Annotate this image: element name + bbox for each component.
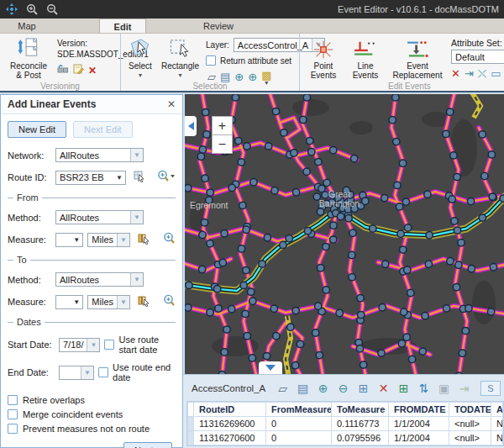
move-event-icon[interactable]: ⇥ [465,68,474,80]
network-select[interactable]: AllRoutes ▼ [55,148,144,162]
zoom-to-selection-icon[interactable]: ⊕ [316,381,330,396]
to-zoom-icon[interactable] [163,294,176,309]
return-attribute-set-label: Return attribute set [220,56,291,66]
start-date-label: Start Date: [8,340,55,350]
split-event-icon[interactable]: ⤬ [478,68,486,80]
route-id-label: Route ID: [8,172,51,182]
tab-map[interactable]: Map [3,18,50,33]
attribute-table: RouteIDFromMeasureToMeasureFROMDATETODAT… [186,401,504,446]
column-header[interactable]: TODATE [449,403,491,417]
reconcile-post-button[interactable]: Reconcile & Post [5,36,52,81]
select-by-shape-icon[interactable]: ▱ [276,381,290,396]
group-edit-events: Point Events Line Events Event Replaceme… [299,34,504,91]
use-route-end-date-checkbox[interactable] [98,367,108,377]
end-date-dropdown-icon[interactable]: ▼ [81,366,93,379]
attribute-set-value: Default [452,52,504,62]
new-edit-button[interactable]: New Edit [8,121,66,138]
zoom-to-route-icon[interactable] [157,170,176,185]
line-events-button[interactable]: Line Events [347,36,384,81]
selection-group-label: Selection [121,82,299,91]
merge-coincident-events-checkbox[interactable] [8,409,18,419]
collapse-panel-button[interactable] [185,116,197,136]
to-section-legend: To [8,255,176,265]
move-records-icon[interactable]: ⇥ [457,381,471,396]
window-title: Event Editor - v10.6.1 - docMassDOTM [338,4,499,14]
paste-icon[interactable]: ▣ [437,381,451,396]
to-method-dropdown-icon[interactable]: ▼ [130,273,143,286]
select-route-on-map-icon[interactable] [134,171,146,185]
event-replacement-button[interactable]: Event Replacement [389,36,446,81]
table-row[interactable]: 1131626960000.11167731/1/2004<null>N [188,417,503,431]
from-measure-input[interactable]: ▼ [55,233,83,247]
add-records-icon[interactable]: ⊞ [396,381,411,396]
tab-review[interactable]: Review [195,18,242,33]
cutoff-button[interactable]: S [480,381,501,396]
table-row[interactable]: 1131627060000.07955961/1/2004<null>N [188,431,503,445]
retire-overlaps-checkbox[interactable] [8,395,18,405]
pan-to-selection-icon[interactable]: ⊖ [336,381,350,396]
from-method-label: Method: [8,213,51,223]
from-measure-on-map-icon[interactable] [138,233,150,247]
tab-edit[interactable]: Edit [99,18,146,33]
from-zoom-icon[interactable] [163,232,176,247]
route-id-dropdown-icon[interactable]: ▼ [113,174,125,182]
delete-event-icon[interactable]: ✕ [451,68,460,80]
to-measure-input[interactable]: ▼ [55,295,83,309]
to-method-select[interactable]: AllRoutes ▼ [55,272,144,287]
from-method-select[interactable]: AllRoutes ▼ [55,210,144,224]
from-unit-dropdown-icon[interactable]: ▼ [117,234,129,246]
from-method-dropdown-icon[interactable]: ▼ [130,211,143,224]
merge-coincident-events-label: Merge coincident events [23,409,123,419]
use-route-start-date-checkbox[interactable] [104,340,114,350]
from-measure-label: Measure: [8,235,51,245]
edit-window-icon[interactable]: ▭ [491,68,501,80]
attribute-table-icon[interactable]: ▤ [296,381,310,396]
map-place-label: Barrington [319,198,360,208]
unlock-version-icon[interactable] [57,64,69,76]
column-header[interactable]: RouteID [194,403,266,417]
collapse-table-button[interactable] [259,361,282,374]
retire-overlaps-label: Retire overlaps [23,395,85,405]
zoom-out-icon[interactable] [45,3,59,16]
return-attribute-set-checkbox[interactable] [206,55,216,66]
use-route-start-date-label: Use route start date [118,335,176,355]
calculator-icon[interactable]: ⊞ [356,381,370,396]
to-measure-on-map-icon[interactable] [138,295,150,309]
attribute-set-select[interactable]: Default [451,50,504,64]
from-unit-select[interactable]: Miles ▼ [87,233,130,247]
network-dropdown-icon[interactable]: ▼ [130,149,143,161]
pan-icon[interactable] [5,3,18,16]
select-button[interactable]: Select ▾ [126,36,155,81]
close-panel-icon[interactable]: ✕ [167,98,176,110]
prevent-measures-checkbox[interactable] [8,424,18,434]
rectangle-button[interactable]: Rectangle ▾ [160,36,201,81]
to-unit-select[interactable]: Miles ▼ [87,295,130,309]
to-measure-dropdown-icon[interactable]: ▼ [71,298,82,306]
map-view[interactable]: EgremontGreatBarrington + − [183,94,504,374]
map-canvas: EgremontGreatBarrington [185,94,504,374]
route-id-select[interactable]: BSR23 EB ▼ [55,171,126,185]
from-measure-dropdown-icon[interactable]: ▼ [71,236,82,244]
to-unit-dropdown-icon[interactable]: ▼ [117,296,129,308]
column-header[interactable]: FROMDATE [389,403,449,417]
next-edit-button[interactable]: Next Edit [73,121,133,138]
map-zoom-out-button[interactable]: − [212,134,233,154]
start-date-dropdown-icon[interactable]: ▼ [87,339,99,351]
column-header[interactable]: AC [491,403,503,417]
sort-icon[interactable]: ⇅ [417,381,431,396]
column-header[interactable]: FromMeasure [266,403,332,417]
next-button[interactable]: Next > [123,442,172,448]
delete-version-icon[interactable]: ✕ [88,65,97,76]
end-date-input[interactable]: ▼ [59,366,94,380]
point-events-button[interactable]: Point Events [305,36,342,81]
network-label: Network: [8,150,51,161]
table-layer-name: AccessControl_A [192,383,265,393]
zoom-in-icon[interactable] [25,3,39,16]
start-date-input[interactable]: 7/18/ ▼ [59,338,100,352]
panel-title: Add Linear Events [8,98,167,110]
column-header[interactable]: ToMeasure [332,403,389,417]
new-version-icon[interactable] [73,64,84,76]
map-zoom-in-button[interactable]: + [212,116,233,135]
clear-selection-icon[interactable]: ✕ [376,381,391,396]
group-selection: Select ▾ Rectangle ▾ Layer: AccessContro… [120,34,299,91]
